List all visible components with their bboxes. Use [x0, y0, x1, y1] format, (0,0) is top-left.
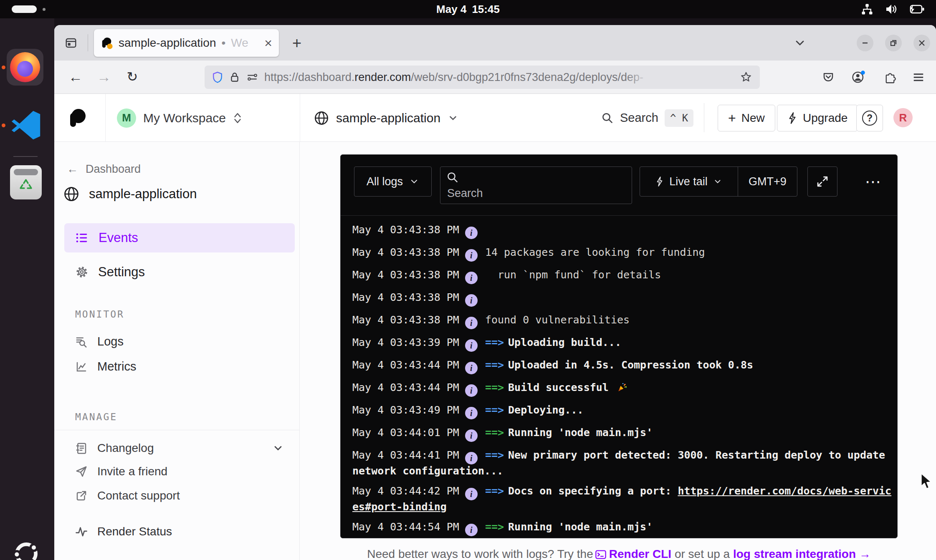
user-avatar[interactable]: R [893, 108, 913, 127]
dock-trash-button[interactable] [10, 165, 42, 199]
help-button[interactable]: ? [856, 105, 883, 131]
render-favicon [101, 37, 113, 49]
account-button[interactable] [849, 68, 868, 86]
log-toolbar: All logs Live tail GMT+9 [341, 155, 897, 216]
tab-title: sample-application [119, 36, 216, 50]
log-search-input[interactable] [446, 187, 622, 200]
log-timestamp: May 4 03:43:38 PM [352, 224, 459, 236]
log-stream-integration-link[interactable]: log stream integration [733, 547, 856, 560]
info-icon: i [465, 384, 478, 397]
log-message: Deploying... [508, 404, 584, 416]
globe-icon [314, 111, 329, 126]
dock-vscode-button[interactable] [10, 109, 42, 141]
sidebar-service-name[interactable]: sample-application [63, 186, 197, 202]
tracking-shield-icon[interactable] [212, 71, 223, 83]
network-icon[interactable] [861, 3, 873, 15]
menu-button[interactable] [909, 68, 928, 86]
log-filter-dropdown[interactable]: All logs [354, 166, 432, 197]
firefox-running-dot [2, 66, 5, 69]
sidebar-back-to-dashboard[interactable]: ← Dashboard [67, 163, 141, 176]
terminal-cli-icon [595, 549, 607, 560]
forward-button[interactable]: → [94, 67, 114, 86]
log-timestamp: May 4 03:43:49 PM [352, 404, 459, 416]
log-row: May 4 03:43:38 PMi14 packages are lookin… [352, 246, 893, 262]
permissions-icon[interactable] [246, 72, 258, 82]
window-minimize-button[interactable] [857, 35, 873, 51]
sidebar-item-settings[interactable]: Settings [75, 265, 145, 280]
timezone-button[interactable]: GMT+9 [738, 167, 797, 196]
active-tab[interactable]: sample-application • We × [94, 29, 279, 57]
reload-button[interactable]: ↻ [123, 67, 142, 86]
chevron-down-icon [448, 113, 458, 124]
tab-list-chevron-icon[interactable] [793, 36, 807, 50]
log-message: Uploading build... [508, 336, 621, 348]
sidebar-item-events[interactable]: Events [64, 223, 295, 252]
info-icon: i [465, 452, 478, 464]
firefox-view-button[interactable] [61, 33, 81, 53]
lock-icon[interactable] [229, 71, 240, 83]
log-message: run `npm fund` for details [485, 269, 661, 281]
sidebar-section-manage: MANAGE [75, 411, 117, 422]
info-icon: i [465, 294, 478, 307]
log-search-box[interactable] [440, 166, 632, 204]
new-tab-button[interactable]: + [287, 33, 306, 53]
info-icon: i [465, 249, 478, 262]
puzzle-icon [884, 71, 896, 83]
sidebar-item-contact-support[interactable]: Contact support [75, 489, 180, 502]
firefox-view-icon [65, 37, 77, 49]
back-button[interactable]: ← [66, 67, 85, 86]
log-message: Docs on specifying a port: [508, 485, 678, 497]
url-text[interactable]: https://dashboard.render.com/web/srv-d0b… [264, 71, 655, 84]
bookmark-star-icon[interactable] [740, 71, 752, 83]
clock-time: 15:45 [472, 3, 500, 16]
global-search-button[interactable]: Search ^ K [601, 94, 693, 142]
sidebar-item-invite[interactable]: Invite a friend [75, 465, 167, 478]
sidebar-item-changelog[interactable]: Changelog [75, 441, 284, 455]
browser-window: sample-application • We × + ← → ↻ https:… [54, 25, 936, 560]
workspace-picker[interactable]: M My Workspace [117, 94, 242, 142]
ubuntu-logo-icon[interactable] [10, 537, 43, 560]
log-timestamp: May 4 03:44:01 PM [352, 426, 459, 439]
service-picker[interactable]: sample-application [314, 94, 458, 142]
main-content: All logs Live tail GMT+9 [300, 142, 936, 560]
service-picker-name: sample-application [336, 111, 440, 125]
footer-arrow: → [859, 547, 871, 560]
volume-icon[interactable] [884, 3, 898, 16]
log-output[interactable]: May 4 03:43:38 PMiMay 4 03:43:38 PMi14 p… [341, 216, 897, 538]
upgrade-button[interactable]: Upgrade [777, 105, 858, 131]
workspace-avatar: M [117, 108, 136, 128]
extensions-button[interactable] [881, 68, 899, 86]
new-button[interactable]: + New [718, 105, 775, 131]
system-tray[interactable] [861, 0, 925, 18]
system-clock[interactable]: May 4 15:45 [0, 0, 936, 18]
log-row: May 4 03:43:38 PMi [352, 223, 893, 239]
info-icon: i [465, 362, 478, 374]
url-bar[interactable]: https://dashboard.render.com/web/srv-d0b… [205, 66, 760, 89]
render-cli-link[interactable]: Render CLI [609, 547, 671, 560]
tab-close-button[interactable]: × [264, 36, 272, 50]
log-timestamp: May 4 03:43:38 PM [352, 246, 459, 258]
log-message: found 0 vulnerabilities [485, 314, 630, 326]
sidebar-item-render-status[interactable]: Render Status [75, 525, 172, 538]
log-row: May 4 03:44:01 PMi==>Running 'node main.… [352, 426, 893, 442]
live-tail-dropdown[interactable]: Live tail [640, 167, 738, 196]
search-icon [601, 112, 614, 124]
battery-charging-icon[interactable] [908, 3, 925, 15]
sidebar-item-logs[interactable]: Logs [75, 335, 124, 348]
log-row: May 4 03:43:38 PMifound 0 vulnerabilitie… [352, 313, 893, 329]
live-tail-control[interactable]: Live tail GMT+9 [640, 166, 797, 197]
sidebar-item-changelog-label: Changelog [97, 441, 154, 455]
window-restore-button[interactable] [885, 35, 902, 51]
log-more-menu-button[interactable]: ⋯ [861, 166, 886, 197]
sidebar-item-logs-label: Logs [97, 335, 124, 348]
sidebar-item-settings-label: Settings [98, 265, 145, 280]
search-label: Search [620, 111, 658, 125]
window-close-button[interactable] [913, 35, 930, 51]
dock-firefox-button[interactable] [7, 49, 43, 86]
url-path: /web/srv-d0bgp21r0fns73dena2g/deploys/de… [411, 71, 643, 83]
render-logo[interactable] [68, 108, 87, 129]
expand-logs-button[interactable] [807, 166, 837, 197]
pocket-button[interactable] [819, 68, 837, 86]
sidebar-item-metrics[interactable]: Metrics [75, 360, 136, 373]
clock-date: May 4 [436, 3, 466, 16]
